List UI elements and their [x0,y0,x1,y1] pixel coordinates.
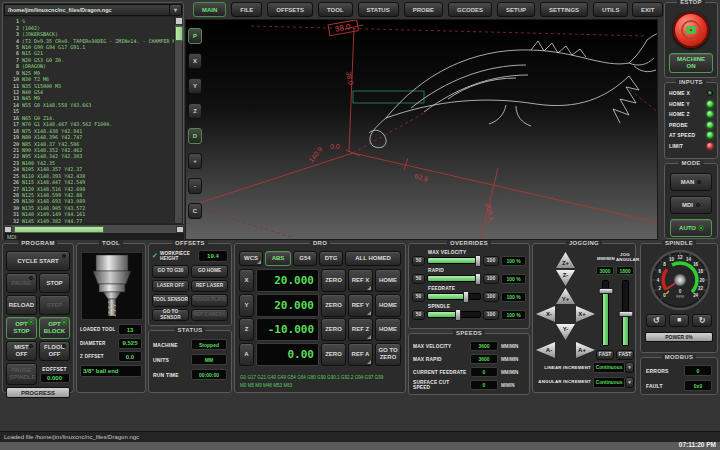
hscroll-right-button[interactable] [176,226,184,233]
hscroll-left-button[interactable] [4,226,12,233]
flood-button[interactable]: FLOOD OFF [39,341,70,361]
rapid-slider[interactable] [427,275,481,282]
mist-button[interactable]: MIST OFF [6,341,37,361]
pause-spindle-button[interactable]: PAUSE SPINDLE [6,363,37,385]
jog-a-minus-button[interactable]: A- [536,342,555,358]
offsets-button[interactable]: LASER OFF [152,280,189,293]
spindle-ccw-button[interactable]: ↺ [646,314,666,327]
menu-tab[interactable]: GCODES [448,2,492,17]
dtg-button[interactable]: DTG [319,251,343,266]
pause-button[interactable]: PAUSE [6,273,37,293]
ovr-min-button[interactable]: 50 [412,310,425,320]
offsets-button[interactable]: REF LASER [191,280,228,293]
offsets-button[interactable]: GO TO SENSOR [152,309,189,322]
jog-y-minus-button[interactable]: Y- [556,324,575,340]
max-velocity-slider[interactable] [427,257,481,264]
menu-tab[interactable]: SETTINGS [540,2,588,17]
offsets-button[interactable]: GO HOME [191,265,228,278]
linear-increment-value[interactable]: Continuous [593,362,625,373]
spindle-stop-button[interactable]: ■ [669,314,689,327]
menu-tab[interactable]: SETUP [497,2,535,17]
spindle-slider[interactable] [427,311,481,318]
gcode-list[interactable]: 1% 2(1002) 3(JOKERSBACK) 4(T2 D=9.35 CR=… [4,17,175,223]
menu-tab[interactable]: STATUS [358,2,399,17]
zero-z-button[interactable]: ZERO [321,318,346,341]
axis-x-button[interactable]: X [239,269,254,292]
mode-auto-button[interactable]: AUTO [670,219,712,237]
slider-handle[interactable] [475,255,481,267]
spindle-cw-button[interactable]: ↻ [692,314,712,327]
abs-button[interactable]: ABS [265,251,291,266]
ovr-max-button[interactable]: 100 [483,256,499,266]
offsets-button[interactable]: TOOL SENSOR [152,294,189,307]
home-x-button[interactable]: HOME [375,269,401,292]
zero-x-button[interactable]: ZERO [321,269,346,292]
menu-tab[interactable]: PROBE [404,2,443,17]
offsets-button[interactable]: REF CAMERA [191,309,228,322]
home-y-button[interactable]: HOME [375,294,401,317]
gremlin-preview[interactable]: 38.0 38.0 0.0 140.9 62.9 209.1 [185,19,658,240]
gcode-hscrollbar[interactable] [4,224,184,233]
angular-increment-dropdown-icon[interactable]: ▾ [625,377,634,388]
slider-handle[interactable] [455,309,461,321]
jog-x-plus-button[interactable]: X+ [576,306,595,322]
preview-tool-button[interactable]: C [188,203,202,219]
home-z-button[interactable]: HOME [375,318,401,341]
ref-y-button[interactable]: REF Y [348,294,373,317]
jog-y-plus-button[interactable]: Y+ [556,288,575,304]
preview-tool-button[interactable]: Z [188,103,202,119]
opt-block-button[interactable]: OPT BLOCK [39,317,70,339]
jog-z-minus-button[interactable]: Z- [556,270,575,286]
mode-mdi-button[interactable]: MDI [670,196,712,214]
zero-a-button[interactable]: ZERO [321,343,346,366]
go-to-zero-button[interactable]: GO TO ZERO [375,343,401,366]
menu-tab[interactable]: TOOL [318,2,353,17]
offsets-button[interactable]: GO TO G30 [152,265,189,278]
ref-z-button[interactable]: REF Z [348,318,373,341]
angular-increment-value[interactable]: Continuous [593,377,625,388]
ovr-min-button[interactable]: 50 [412,292,425,302]
offsets-button[interactable]: TOUCH PLATE [191,294,228,307]
all-homed-button[interactable]: ALL HOMED [345,251,401,266]
menu-tab[interactable]: UTILS [593,2,628,17]
jog-linear-fast-button[interactable]: FAST [596,350,614,360]
jog-linear-handle[interactable] [598,288,613,294]
linear-increment-dropdown-icon[interactable]: ▾ [625,362,634,373]
slider-handle[interactable] [463,291,469,303]
gcode-line[interactable]: 4(T2 D=9.35 CR=0. TAPER=30DEG - ZMIN=14.… [6,37,175,43]
machine-on-button[interactable]: MACHINE ON [669,53,713,73]
jog-a-plus-button[interactable]: A+ [576,342,595,358]
axis-z-button[interactable]: Z [239,318,254,341]
preview-tool-button[interactable]: Y [188,78,202,94]
mdi-input[interactable]: MDI: [4,233,184,240]
exit-button[interactable]: EXIT [632,2,663,17]
preview-tool-button[interactable]: X [188,53,202,69]
slider-handle[interactable] [475,273,481,285]
preview-tool-button[interactable]: + [188,153,202,169]
reload-button[interactable]: RELOAD [6,295,37,315]
preview-tool-button[interactable]: - [188,178,202,194]
axis-a-button[interactable]: A [239,343,254,366]
mode-man-button[interactable]: MAN [670,173,712,191]
menu-tab[interactable]: OFFSETS [267,2,313,17]
menu-tab[interactable]: MAIN [193,2,226,17]
vscroll-up-button[interactable] [175,17,183,25]
ref-x-button[interactable]: REF X [348,269,373,292]
file-path-bar[interactable]: /home/jim/linuxcnc/nc_files/Dragon.ngc [4,4,170,16]
ovr-max-button[interactable]: 100 [483,292,499,302]
jog-angular-slider[interactable] [622,280,629,346]
cycle-start-button[interactable]: CYCLE START [6,251,70,271]
ovr-min-button[interactable]: 50 [412,274,425,284]
g54-button[interactable]: G54 [293,251,317,266]
file-path-dropdown-icon[interactable]: ▾ [169,4,182,16]
jog-z-plus-button[interactable]: Z+ [556,252,575,268]
zero-y-button[interactable]: ZERO [321,294,346,317]
preview-tool-button[interactable]: D [188,128,202,144]
vscroll-thumb[interactable] [175,26,183,41]
jog-linear-slider[interactable] [602,280,609,346]
jog-angular-handle[interactable] [618,311,633,317]
ovr-max-button[interactable]: 100 [483,310,499,320]
gcode-vscrollbar[interactable] [174,17,182,223]
opt-stop-button[interactable]: OPT STOP [6,317,37,339]
preview-tool-button[interactable]: P [188,28,202,44]
